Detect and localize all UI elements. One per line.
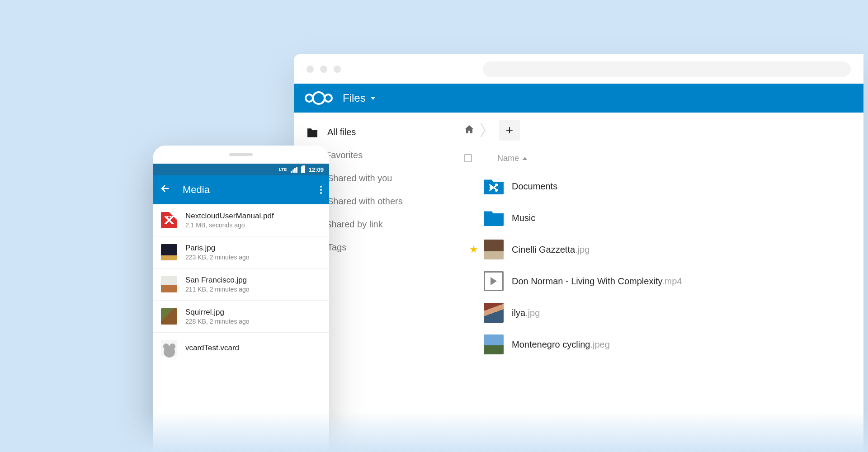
shared-folder-icon <box>484 178 504 194</box>
sidebar-item-label: All files <box>327 127 356 137</box>
phone-file-row[interactable]: San Francisco.jpg211 KB, 2 minutes ago <box>153 268 329 300</box>
file-name: Squirrel.jpg <box>185 308 250 317</box>
file-meta: 211 KB, 2 minutes ago <box>185 286 250 293</box>
phone-header-title: Media <box>183 184 308 196</box>
file-list-header: Name <box>453 148 863 169</box>
address-bar[interactable] <box>483 61 851 77</box>
file-meta: 223 KB, 2 minutes ago <box>185 254 250 261</box>
folder-icon <box>484 210 504 226</box>
breadcrumb-bar: + <box>453 113 863 148</box>
plus-icon: + <box>506 123 513 137</box>
phone-notch <box>153 146 329 164</box>
file-row[interactable]: ilya.jpg <box>453 297 863 329</box>
sidebar-item-label: Shared by link <box>326 219 383 230</box>
select-all-checkbox[interactable] <box>464 154 472 162</box>
contacts-icon <box>161 340 177 356</box>
video-thumbnail-icon <box>484 271 504 291</box>
window-dot <box>307 66 314 73</box>
file-meta: 228 KB, 2 minutes ago <box>185 318 250 325</box>
pdf-icon <box>161 212 177 228</box>
file-row[interactable]: Music <box>453 202 863 234</box>
breadcrumb-separator-icon <box>483 122 491 138</box>
network-label: LTE <box>279 167 287 172</box>
browser-chrome-bar <box>294 54 863 84</box>
file-row[interactable]: Don Norman - Living With Complexity.mp4 <box>453 265 863 297</box>
file-name: Cinelli Gazzetta <box>512 245 575 254</box>
column-header-label: Name <box>497 154 519 163</box>
back-button[interactable] <box>160 183 171 197</box>
phone-file-row[interactable]: Squirrel.jpg228 KB, 2 minutes ago <box>153 300 329 332</box>
browser-window: Files All files ★ Favorites Shared with … <box>294 54 863 452</box>
image-thumbnail <box>484 240 504 259</box>
file-name: Music <box>512 213 535 223</box>
battery-icon <box>301 166 305 173</box>
file-row[interactable]: ★Cinelli Gazzetta.jpg <box>453 234 863 265</box>
file-name: Don Norman - Living With Complexity <box>512 276 662 286</box>
image-thumbnail <box>484 334 504 354</box>
window-dot <box>334 66 341 73</box>
sidebar-item-label: Shared with others <box>327 196 403 207</box>
app-picker-dropdown[interactable]: Files <box>343 92 376 104</box>
signal-icon <box>291 167 297 173</box>
file-extension: .jpeg <box>590 339 609 349</box>
column-header-name[interactable]: Name <box>497 154 527 163</box>
file-extension: .mp4 <box>662 276 682 286</box>
chevron-down-icon <box>370 97 376 100</box>
image-thumbnail <box>161 308 177 325</box>
image-thumbnail <box>161 276 177 292</box>
file-extension: .jpg <box>575 245 590 254</box>
app-header: Files <box>294 84 863 113</box>
file-name: San Francisco.jpg <box>185 276 250 285</box>
sidebar-item-label: Tags <box>327 242 346 253</box>
file-row[interactable]: Documents <box>453 170 863 202</box>
overflow-menu-button[interactable] <box>320 186 322 194</box>
phone-file-list: NextcloudUserManual.pdf2.1 MB, seconds a… <box>153 204 329 363</box>
file-name: NextcloudUserManual.pdf <box>185 212 274 221</box>
phone-file-row[interactable]: Paris.jpg223 KB, 2 minutes ago <box>153 236 329 268</box>
new-button[interactable]: + <box>499 120 520 141</box>
clock: 12:09 <box>309 166 324 173</box>
file-name: ilya <box>512 308 525 318</box>
sidebar-item-label: Favorites <box>326 150 363 160</box>
file-name: Montenegro cycling <box>512 339 590 349</box>
sidebar-item-all-files[interactable]: All files <box>294 121 453 144</box>
file-name: vcardTest.vcard <box>185 344 239 353</box>
home-icon[interactable] <box>464 124 475 137</box>
file-row[interactable]: Montenegro cycling.jpeg <box>453 329 863 360</box>
file-name: Paris.jpg <box>185 244 250 253</box>
file-extension: .jpg <box>525 308 540 318</box>
folder-icon <box>307 127 317 137</box>
nextcloud-logo-icon <box>305 91 333 105</box>
window-dot <box>320 66 327 73</box>
status-bar: LTE 12:09 <box>153 164 329 175</box>
favorite-star-icon[interactable]: ★ <box>469 245 478 254</box>
sort-ascending-icon <box>523 157 527 160</box>
file-main-pane: + Name DocumentsMusic★Cinelli Gazzetta.j… <box>453 113 863 452</box>
phone-file-row[interactable]: vcardTest.vcard <box>153 332 329 363</box>
file-meta: 2.1 MB, seconds ago <box>185 221 274 229</box>
phone-frame: LTE 12:09 Media NextcloudUserManual.pdf2… <box>153 146 329 452</box>
image-thumbnail <box>161 244 177 260</box>
sidebar-item-label: Shared with you <box>327 173 392 184</box>
app-picker-label: Files <box>343 92 366 104</box>
image-thumbnail <box>484 303 504 323</box>
phone-app-header: Media <box>153 175 329 204</box>
phone-file-row[interactable]: NextcloudUserManual.pdf2.1 MB, seconds a… <box>153 204 329 236</box>
arrow-left-icon <box>160 183 171 194</box>
file-name: Documents <box>512 181 557 191</box>
